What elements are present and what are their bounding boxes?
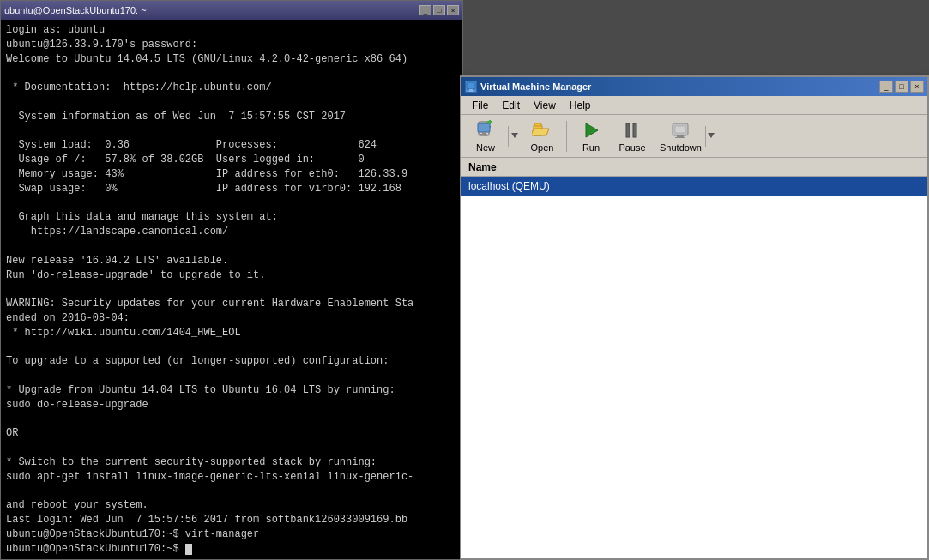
svg-rect-12 [534, 123, 541, 126]
svg-marker-13 [586, 123, 598, 137]
run-icon [581, 120, 601, 141]
toolbar-run-label: Run [582, 142, 600, 153]
vmm-list-item[interactable]: localhost (QEMU) [461, 177, 927, 196]
svg-rect-18 [677, 135, 684, 137]
toolbar-sep-1 [566, 121, 567, 152]
new-dropdown-arrow[interactable] [508, 126, 520, 147]
vmm-toolbar: New Open [461, 115, 927, 158]
svg-marker-10 [511, 133, 518, 138]
toolbar-new-label: New [476, 142, 495, 153]
toolbar-new-btn[interactable]: New [467, 118, 504, 154]
terminal-body[interactable]: login as: ubuntu ubuntu@126.33.9.170's p… [1, 20, 462, 559]
toolbar-open-btn[interactable]: Open [523, 118, 561, 154]
vmm-maximize-btn[interactable]: □ [895, 81, 908, 93]
vmm-minimize-btn[interactable]: _ [879, 81, 893, 93]
toolbar-open-label: Open [531, 142, 554, 153]
menu-view[interactable]: View [527, 98, 563, 113]
terminal-titlebar: ubuntu@OpenStackUbuntu170: ~ _ □ × [1, 1, 462, 20]
svg-rect-14 [626, 123, 630, 137]
vmm-app-icon [465, 81, 477, 93]
terminal-controls: _ □ × [419, 5, 459, 15]
svg-rect-7 [480, 134, 487, 135]
terminal-minimize-btn[interactable]: _ [419, 5, 431, 15]
terminal-maximize-btn[interactable]: □ [433, 5, 445, 15]
vmm-controls: _ □ × [879, 81, 924, 93]
svg-rect-17 [675, 126, 685, 133]
vmm-titlebar: Virtual Machine Manager _ □ × [461, 77, 927, 96]
open-icon [532, 120, 552, 141]
toolbar-pause-btn[interactable]: Pause [613, 118, 651, 154]
pause-icon [622, 120, 642, 141]
menu-help[interactable]: Help [563, 98, 598, 113]
toolbar-shutdown-btn[interactable]: Shutdown [655, 118, 707, 154]
shutdown-dropdown-arrow[interactable] [705, 126, 717, 147]
svg-rect-19 [675, 137, 685, 138]
terminal-window: ubuntu@OpenStackUbuntu170: ~ _ □ × login… [0, 0, 463, 560]
svg-marker-20 [708, 133, 715, 138]
menu-edit[interactable]: Edit [495, 98, 527, 113]
terminal-title: ubuntu@OpenStackUbuntu170: ~ [4, 5, 147, 15]
svg-rect-15 [633, 123, 636, 137]
new-icon [475, 120, 496, 141]
vmm-title: Virtual Machine Manager [480, 81, 591, 92]
svg-rect-2 [468, 91, 474, 92]
vmm-name-column: Name [468, 161, 497, 173]
svg-rect-0 [467, 82, 475, 89]
toolbar-run-btn[interactable]: Run [572, 118, 610, 154]
vmm-menubar: File Edit View Help [461, 96, 927, 115]
svg-rect-6 [482, 132, 486, 134]
vmm-title-left: Virtual Machine Manager [465, 81, 591, 93]
toolbar-shutdown-label: Shutdown [660, 142, 702, 153]
vmm-close-btn[interactable]: × [910, 81, 924, 93]
vmm-item-name: localhost (QEMU) [468, 180, 550, 192]
vmm-window: Virtual Machine Manager _ □ × File Edit … [460, 75, 929, 560]
terminal-content: login as: ubuntu ubuntu@126.33.9.170's p… [6, 23, 457, 556]
menu-file[interactable]: File [465, 98, 495, 113]
vmm-list-header: Name [461, 158, 927, 177]
terminal-close-btn[interactable]: × [447, 5, 459, 15]
toolbar-pause-label: Pause [618, 142, 645, 153]
shutdown-icon [670, 120, 691, 141]
svg-rect-5 [478, 123, 490, 132]
vmm-content: Name localhost (QEMU) [461, 158, 927, 558]
svg-rect-1 [469, 89, 473, 91]
